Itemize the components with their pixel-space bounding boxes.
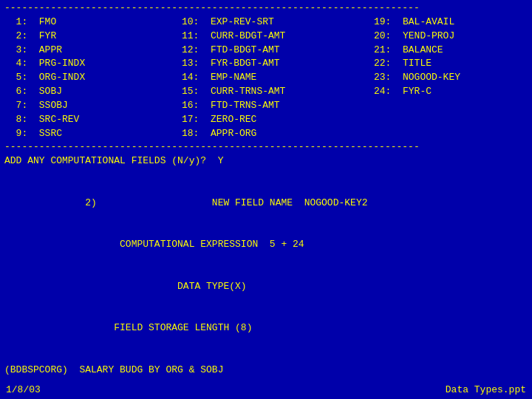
- field-col2: 10: EXP-REV-SRT 11: CURR-BDGT-AMT 12: FT…: [182, 16, 374, 141]
- main-screen: ----------------------------------------…: [0, 0, 532, 399]
- field-row: 23: NOGOOD-KEY: [374, 71, 522, 85]
- field-row: 24: FYR-C: [374, 85, 522, 99]
- field-row: 4: PRG-INDX: [4, 57, 182, 71]
- new-field-line2: COMPUTATIONAL EXPRESSION 5 + 24: [4, 225, 528, 267]
- field-row: 3: APPR: [4, 44, 182, 58]
- footer-filename: Data Types.ppt: [446, 383, 526, 398]
- field-col1: 1: FMO 2: FYR 3: APPR 4: PRG-INDX 5: ORG…: [4, 16, 182, 141]
- field-row: 7: SSOBJ: [4, 99, 182, 113]
- field-row: 1: FMO: [4, 16, 182, 30]
- field-row: 16: FTD-TRNS-AMT: [182, 99, 374, 113]
- field-row: 18: APPR-ORG: [182, 127, 374, 141]
- field-row: 15: CURR-TRNS-AMT: [182, 85, 374, 99]
- field-row: 10: EXP-REV-SRT: [182, 16, 374, 30]
- field-col3: 19: BAL-AVAIL 20: YEND-PROJ 21: BALANCE …: [374, 16, 522, 141]
- field-row: 17: ZERO-REC: [182, 113, 374, 127]
- footer-date: 1/8/03: [6, 383, 41, 398]
- blank-line: [4, 168, 528, 183]
- add-fields-prompt: ADD ANY COMPUTATIONAL FIELDS (N/y)? Y: [4, 154, 528, 168]
- mid-separator: ----------------------------------------…: [4, 140, 528, 154]
- new-field-line3: DATA TYPE(X): [4, 266, 528, 308]
- new-field-section: 2) NEW FIELD NAME NOGOOD-KEY2: [4, 183, 528, 225]
- field-row: 6: SOBJ: [4, 85, 182, 99]
- field-row: 14: EMP-NAME: [182, 71, 374, 85]
- report-title: (BDBSPCORG) SALARY BUDG BY ORG & SOBJ: [4, 364, 528, 378]
- blank-line2: [4, 349, 528, 364]
- field-row: 22: TITLE: [374, 57, 522, 71]
- footer-bar: 1/8/03 Data Types.ppt: [0, 382, 532, 399]
- fields-section: 1: FMO 2: FYR 3: APPR 4: PRG-INDX 5: ORG…: [4, 16, 528, 141]
- field-row: 13: FYR-BDGT-AMT: [182, 57, 374, 71]
- field-row: 19: BAL-AVAIL: [374, 16, 522, 30]
- field-row: 9: SSRC: [4, 127, 182, 141]
- field-row: 5: ORG-INDX: [4, 71, 182, 85]
- field-row: 21: BALANCE: [374, 44, 522, 58]
- top-separator: ----------------------------------------…: [4, 1, 528, 16]
- new-field-line4: FIELD STORAGE LENGTH (8): [4, 308, 528, 350]
- field-row: 11: CURR-BDGT-AMT: [182, 30, 374, 44]
- new-field-line1: 2) NEW FIELD NAME NOGOOD-KEY2: [4, 183, 528, 225]
- field-row: 8: SRC-REV: [4, 113, 182, 127]
- field-row: 12: FTD-BDGT-AMT: [182, 44, 374, 58]
- field-row: 2: FYR: [4, 30, 182, 44]
- field-row: 20: YEND-PROJ: [374, 30, 522, 44]
